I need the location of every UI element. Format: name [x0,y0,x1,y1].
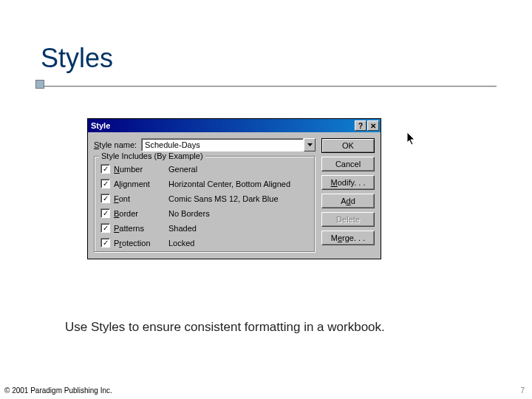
font-checkbox[interactable]: ✓ [100,194,110,203]
chevron-down-icon [307,143,313,146]
ok-button[interactable]: OK [321,138,375,153]
close-button[interactable]: ✕ [367,120,379,131]
style-name-input[interactable] [141,138,304,151]
number-desc: General [168,165,197,174]
dialog-title: Style [91,121,355,130]
patterns-checkbox[interactable]: ✓ [100,223,110,233]
cursor-arrow-icon [407,132,417,147]
copyright-text: © 2001 Paradigm Publishing Inc. [4,386,112,395]
title-underline [35,86,497,87]
protection-label: Protection [114,239,168,248]
title-accent-square [35,80,44,89]
svg-marker-1 [407,132,415,145]
help-button[interactable]: ? [355,120,366,131]
alignment-checkbox[interactable]: ✓ [100,179,110,188]
font-desc: Comic Sans MS 12, Dark Blue [168,194,279,203]
patterns-label: Patterns [114,224,168,233]
style-dialog: Style ? ✕ Style name: Style Includes (By… [87,118,381,259]
dialog-body: Style name: Style Includes (By Example) … [88,132,381,259]
dropdown-button[interactable] [304,138,316,151]
style-name-label: Style name: [94,140,137,149]
alignment-desc: Horizontal Center, Bottom Aligned [168,180,290,188]
border-label: Border [114,209,168,218]
border-checkbox[interactable]: ✓ [100,208,110,218]
cancel-button[interactable]: Cancel [321,157,375,171]
svg-marker-0 [307,143,313,146]
slide-caption: Use Styles to ensure consistent formatti… [65,319,434,336]
number-label: Number [114,165,168,174]
merge-button[interactable]: Merge. . . [321,231,375,245]
modify-button[interactable]: Modify. . . [321,175,375,190]
font-label: Font [114,194,168,203]
border-desc: No Borders [168,209,210,218]
protection-desc: Locked [168,239,194,248]
style-includes-group: Style Includes (By Example) ✓ Number Gen… [94,156,316,253]
add-button[interactable]: Add [321,194,375,208]
group-legend: Style Includes (By Example) [99,151,205,160]
number-checkbox[interactable]: ✓ [100,164,110,174]
patterns-desc: Shaded [168,224,197,233]
protection-checkbox[interactable]: ✓ [100,238,110,248]
dialog-titlebar: Style ? ✕ [88,119,381,132]
page-number: 7 [520,386,525,395]
delete-button: Delete [321,212,375,227]
slide-title: Styles [41,43,113,74]
style-name-combo[interactable] [141,138,316,151]
alignment-label: Alignment [114,180,168,188]
